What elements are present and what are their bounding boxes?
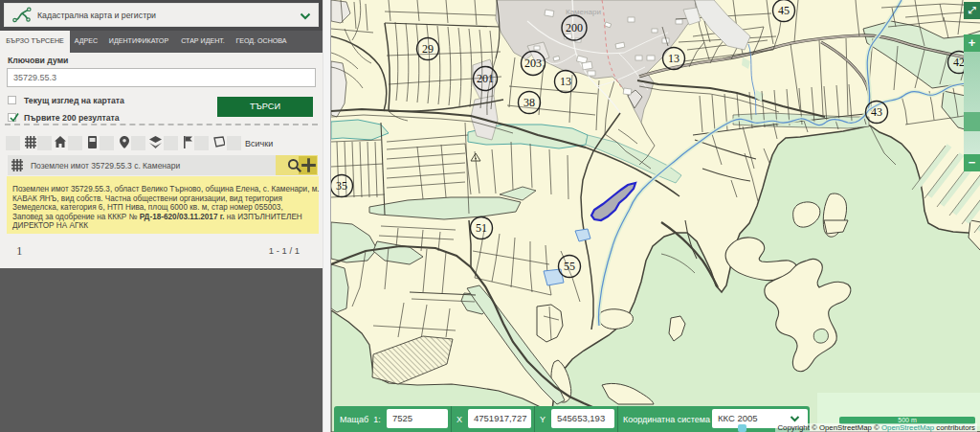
svg-text:29: 29: [422, 42, 434, 56]
svg-text:51: 51: [476, 221, 487, 235]
svg-text:43: 43: [871, 105, 882, 119]
svg-text:55: 55: [564, 260, 575, 273]
svg-text:Каменари: Каменари: [566, 8, 601, 16]
svg-text:45: 45: [778, 4, 790, 17]
svg-text:201: 201: [477, 72, 494, 85]
svg-text:35: 35: [336, 179, 347, 193]
svg-text:38: 38: [523, 96, 535, 109]
svg-text:200: 200: [566, 21, 583, 34]
svg-text:203: 203: [524, 57, 542, 70]
svg-text:13: 13: [668, 52, 679, 65]
svg-text:13: 13: [560, 75, 571, 88]
